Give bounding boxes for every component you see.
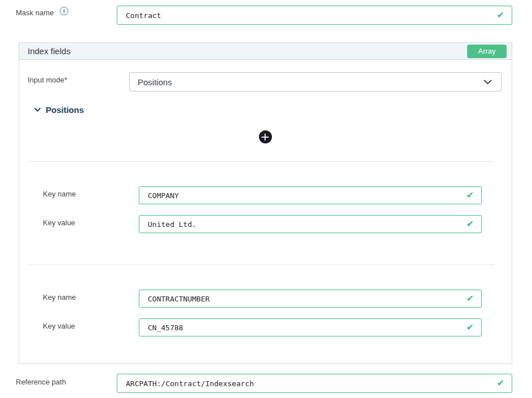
plus-icon: + (261, 131, 270, 142)
key-value-label: Key value (43, 218, 75, 228)
reference-path-input[interactable] (117, 374, 497, 392)
divider (28, 264, 495, 265)
reference-path-field-wrapper: ✔ (117, 374, 512, 393)
key-value-input-1[interactable] (139, 216, 467, 233)
key-name-label: Key name (43, 293, 76, 302)
key-name-label: Key name (43, 190, 76, 199)
valid-check-icon: ✔ (467, 220, 481, 229)
valid-check-icon: ✔ (467, 323, 481, 332)
key-value-input-2[interactable] (139, 319, 467, 336)
reference-path-label: Reference path (16, 378, 66, 387)
valid-check-icon: ✔ (467, 191, 481, 200)
key-name-field-wrapper: ✔ (139, 290, 482, 308)
mask-name-input[interactable] (117, 6, 497, 24)
index-fields-panel: Index fields Array Input mode* Positions… (19, 42, 512, 364)
array-button[interactable]: Array (467, 45, 507, 58)
index-fields-header: Index fields Array (19, 43, 512, 60)
divider (28, 161, 495, 162)
valid-check-icon: ✔ (497, 11, 512, 20)
chevron-down-small-icon (34, 108, 41, 112)
input-mode-value: Positions (138, 77, 172, 87)
key-name-input-2[interactable] (139, 290, 467, 307)
key-name-field-wrapper: ✔ (139, 186, 482, 204)
input-mode-select[interactable]: Positions (129, 72, 502, 91)
positions-section-title: Positions (46, 105, 84, 115)
index-fields-title: Index fields (28, 46, 71, 56)
valid-check-icon: ✔ (497, 379, 512, 388)
mask-name-field-wrapper: ✔ (117, 6, 512, 25)
info-icon[interactable]: i (60, 7, 68, 15)
key-value-field-wrapper: ✔ (139, 318, 482, 336)
add-position-button[interactable]: + (259, 130, 272, 143)
key-name-input-1[interactable] (139, 187, 467, 204)
input-mode-label: Input mode* (28, 76, 67, 85)
positions-section-toggle[interactable]: Positions (34, 105, 84, 115)
key-value-label: Key value (43, 322, 75, 331)
valid-check-icon: ✔ (467, 294, 481, 303)
mask-name-label: Mask name (16, 8, 54, 18)
key-value-field-wrapper: ✔ (139, 215, 482, 233)
chevron-down-icon (483, 80, 492, 85)
